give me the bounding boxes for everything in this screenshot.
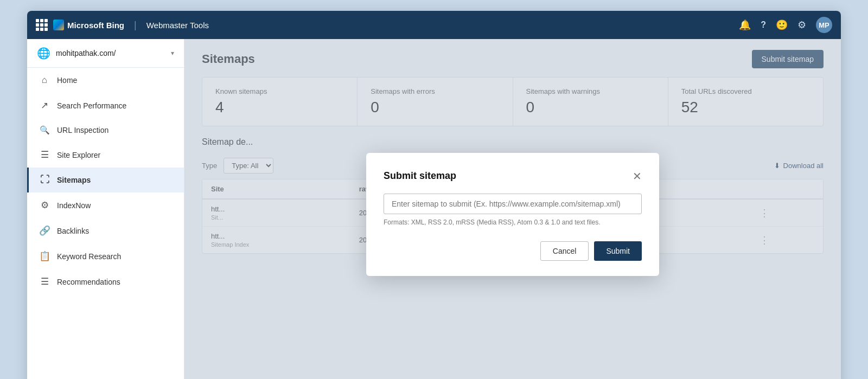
keyword-research-icon: 📋 <box>39 250 50 262</box>
sidebar: 🌐 mohitpathak.com/ ▾ ⌂ Home ↗ Search Per… <box>27 39 184 379</box>
sidebar-item-label-recommendations: Recommendations <box>57 278 120 286</box>
bing-logo: Microsoft Bing <box>53 20 124 30</box>
layout: 🌐 mohitpathak.com/ ▾ ⌂ Home ↗ Search Per… <box>27 39 841 379</box>
grid-icon[interactable] <box>36 19 48 31</box>
bing-logo-square <box>53 20 64 30</box>
backlinks-icon: 🔗 <box>39 225 50 236</box>
modal-hint: Formats: XML, RSS 2.0, mRSS (Media RSS),… <box>384 219 642 226</box>
sidebar-item-backlinks[interactable]: 🔗 Backlinks <box>27 218 184 243</box>
gear-icon[interactable]: ⚙ <box>797 19 806 31</box>
sidebar-item-label-backlinks: Backlinks <box>57 227 89 235</box>
sitemaps-icon: ⛶ <box>39 175 50 185</box>
sidebar-item-label-indexnow: IndexNow <box>57 201 91 210</box>
site-url: mohitpathak.com/ <box>56 49 165 57</box>
chevron-down-icon: ▾ <box>171 49 174 57</box>
modal-title: Submit sitemap <box>384 170 456 182</box>
sidebar-item-label-home: Home <box>57 76 77 85</box>
recommendations-icon: ☰ <box>39 276 50 287</box>
sidebar-item-label-url-inspection: URL Inspection <box>57 126 108 134</box>
sidebar-item-label-site-explorer: Site Explorer <box>57 151 100 159</box>
topnav-divider: | <box>134 20 137 31</box>
topnav: Microsoft Bing | Webmaster Tools 🔔 ? 🙂 ⚙… <box>27 11 841 39</box>
bell-icon[interactable]: 🔔 <box>739 19 751 31</box>
cancel-button[interactable]: Cancel <box>540 241 589 261</box>
sidebar-item-search-performance[interactable]: ↗ Search Performance <box>27 93 184 118</box>
app-name: Microsoft Bing <box>67 21 124 30</box>
globe-icon: 🌐 <box>37 47 50 60</box>
topnav-section: Webmaster Tools <box>146 21 209 30</box>
search-performance-icon: ↗ <box>39 100 50 111</box>
sidebar-item-label-search-performance: Search Performance <box>57 101 126 110</box>
sidebar-item-recommendations[interactable]: ☰ Recommendations <box>27 269 184 294</box>
help-icon[interactable]: ? <box>761 20 766 30</box>
modal-header: Submit sitemap ✕ <box>384 170 642 182</box>
submit-sitemap-modal: Submit sitemap ✕ Formats: XML, RSS 2.0, … <box>366 153 659 276</box>
sidebar-item-keyword-research[interactable]: 📋 Keyword Research <box>27 243 184 269</box>
sitemap-url-input[interactable] <box>384 194 642 214</box>
modal-overlay: Submit sitemap ✕ Formats: XML, RSS 2.0, … <box>184 39 841 379</box>
home-icon: ⌂ <box>39 75 50 86</box>
site-explorer-icon: ☰ <box>39 149 50 160</box>
sidebar-item-label-sitemaps: Sitemaps <box>57 176 91 184</box>
modal-actions: Cancel Submit <box>384 241 642 261</box>
sidebar-item-site-explorer[interactable]: ☰ Site Explorer <box>27 142 184 168</box>
avatar[interactable]: MP <box>816 17 832 33</box>
app-window: Microsoft Bing | Webmaster Tools 🔔 ? 🙂 ⚙… <box>27 11 841 379</box>
modal-close-button[interactable]: ✕ <box>633 171 642 182</box>
topnav-left: Microsoft Bing | Webmaster Tools <box>36 19 209 31</box>
sidebar-item-url-inspection[interactable]: 🔍 URL Inspection <box>27 118 184 142</box>
smiley-icon[interactable]: 🙂 <box>776 19 788 31</box>
sidebar-item-label-keyword-research: Keyword Research <box>57 252 121 261</box>
topnav-right: 🔔 ? 🙂 ⚙ MP <box>739 17 832 33</box>
main-content: Sitemaps Submit sitemap Known sitemaps 4… <box>184 39 841 379</box>
url-inspection-icon: 🔍 <box>39 125 50 135</box>
indexnow-icon: ⚙ <box>39 200 50 211</box>
submit-button[interactable]: Submit <box>594 241 642 261</box>
sidebar-item-indexnow[interactable]: ⚙ IndexNow <box>27 192 184 218</box>
sidebar-item-home[interactable]: ⌂ Home <box>27 68 184 93</box>
sidebar-item-sitemaps[interactable]: ⛶ Sitemaps <box>27 168 184 192</box>
site-selector[interactable]: 🌐 mohitpathak.com/ ▾ <box>27 39 184 68</box>
